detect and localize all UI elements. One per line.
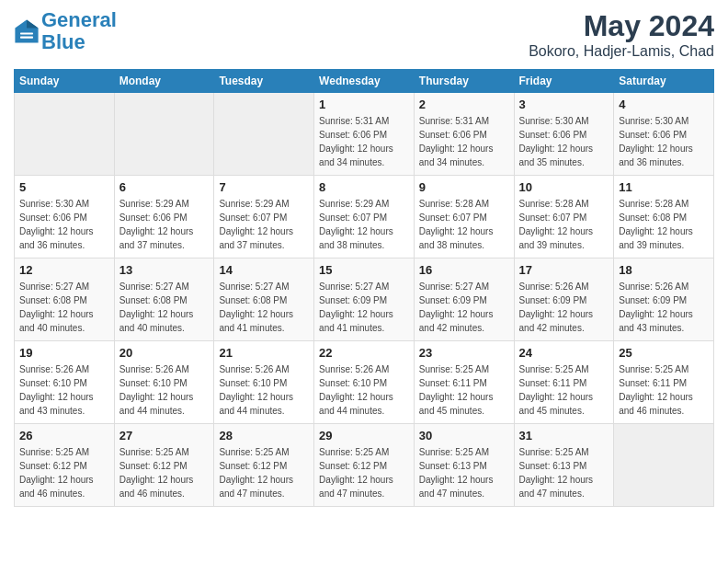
day-number: 25: [619, 346, 709, 360]
week-row-2: 5 Sunrise: 5:30 AM Sunset: 6:06 PM Dayli…: [15, 176, 714, 259]
col-header-sunday: Sunday: [15, 70, 115, 93]
day-number: 28: [219, 429, 309, 442]
day-number: 4: [619, 98, 709, 111]
day-info: Sunrise: 5:25 AM Sunset: 6:13 PM Dayligh…: [519, 447, 594, 499]
col-header-saturday: Saturday: [614, 70, 714, 93]
day-number: 17: [519, 263, 609, 277]
day-cell: 14 Sunrise: 5:27 AM Sunset: 6:08 PM Dayl…: [214, 259, 314, 341]
day-cell: 5 Sunrise: 5:30 AM Sunset: 6:06 PM Dayli…: [15, 176, 115, 259]
day-cell: 10 Sunrise: 5:28 AM Sunset: 6:07 PM Dayl…: [514, 176, 614, 259]
day-number: 13: [119, 263, 210, 277]
day-info: Sunrise: 5:26 AM Sunset: 6:10 PM Dayligh…: [319, 364, 393, 416]
day-cell: 25 Sunrise: 5:25 AM Sunset: 6:11 PM Dayl…: [614, 341, 714, 424]
day-number: 21: [219, 346, 309, 360]
day-info: Sunrise: 5:29 AM Sunset: 6:07 PM Dayligh…: [219, 199, 293, 250]
title-block: May 2024 Bokoro, Hadjer-Lamis, Chad: [529, 9, 714, 60]
day-cell: 22 Sunrise: 5:26 AM Sunset: 6:10 PM Dayl…: [314, 341, 415, 424]
day-cell: 24 Sunrise: 5:25 AM Sunset: 6:11 PM Dayl…: [514, 341, 614, 424]
day-info: Sunrise: 5:26 AM Sunset: 6:09 PM Dayligh…: [619, 282, 693, 333]
svg-marker-1: [27, 20, 39, 29]
day-info: Sunrise: 5:26 AM Sunset: 6:10 PM Dayligh…: [119, 364, 194, 416]
col-header-thursday: Thursday: [414, 70, 514, 93]
day-number: 24: [519, 346, 609, 360]
day-info: Sunrise: 5:27 AM Sunset: 6:08 PM Dayligh…: [19, 282, 94, 333]
day-info: Sunrise: 5:31 AM Sunset: 6:06 PM Dayligh…: [319, 116, 393, 167]
col-header-friday: Friday: [514, 70, 614, 93]
col-header-monday: Monday: [114, 70, 214, 93]
day-info: Sunrise: 5:28 AM Sunset: 6:07 PM Dayligh…: [419, 199, 494, 250]
day-info: Sunrise: 5:27 AM Sunset: 6:09 PM Dayligh…: [319, 282, 393, 333]
day-cell: 1 Sunrise: 5:31 AM Sunset: 6:06 PM Dayli…: [314, 93, 415, 176]
day-cell: 16 Sunrise: 5:27 AM Sunset: 6:09 PM Dayl…: [414, 259, 514, 341]
day-number: 12: [19, 263, 109, 277]
day-info: Sunrise: 5:26 AM Sunset: 6:10 PM Dayligh…: [219, 364, 293, 416]
day-number: 14: [219, 263, 309, 277]
day-number: 31: [519, 429, 609, 442]
day-info: Sunrise: 5:29 AM Sunset: 6:06 PM Dayligh…: [119, 199, 194, 250]
page: General Blue May 2024 Bokoro, Hadjer-Lam…: [0, 0, 728, 516]
day-info: Sunrise: 5:25 AM Sunset: 6:11 PM Dayligh…: [519, 364, 594, 416]
day-cell: 6 Sunrise: 5:29 AM Sunset: 6:06 PM Dayli…: [114, 176, 214, 259]
day-cell: 11 Sunrise: 5:28 AM Sunset: 6:08 PM Dayl…: [614, 176, 714, 259]
day-cell: 2 Sunrise: 5:31 AM Sunset: 6:06 PM Dayli…: [414, 93, 514, 176]
day-info: Sunrise: 5:27 AM Sunset: 6:08 PM Dayligh…: [219, 282, 293, 333]
day-number: 1: [319, 98, 409, 111]
day-number: 6: [119, 180, 210, 194]
day-number: 11: [619, 180, 709, 194]
day-cell: 21 Sunrise: 5:26 AM Sunset: 6:10 PM Dayl…: [214, 341, 314, 424]
day-number: 22: [319, 346, 409, 360]
day-number: 26: [19, 429, 109, 442]
logo-text: General Blue: [41, 9, 117, 53]
logo-icon: [14, 18, 40, 44]
week-row-4: 19 Sunrise: 5:26 AM Sunset: 6:10 PM Dayl…: [15, 341, 714, 424]
day-cell: 17 Sunrise: 5:26 AM Sunset: 6:09 PM Dayl…: [514, 259, 614, 341]
day-cell: 13 Sunrise: 5:27 AM Sunset: 6:08 PM Dayl…: [114, 259, 214, 341]
day-info: Sunrise: 5:25 AM Sunset: 6:12 PM Dayligh…: [19, 447, 94, 499]
day-number: 8: [319, 180, 409, 194]
day-cell: 4 Sunrise: 5:30 AM Sunset: 6:06 PM Dayli…: [614, 93, 714, 176]
calendar-table: SundayMondayTuesdayWednesdayThursdayFrid…: [14, 69, 714, 507]
day-info: Sunrise: 5:27 AM Sunset: 6:08 PM Dayligh…: [119, 282, 194, 333]
day-cell: 8 Sunrise: 5:29 AM Sunset: 6:07 PM Dayli…: [314, 176, 415, 259]
day-info: Sunrise: 5:25 AM Sunset: 6:11 PM Dayligh…: [419, 364, 494, 416]
day-cell: 29 Sunrise: 5:25 AM Sunset: 6:12 PM Dayl…: [314, 424, 415, 507]
day-cell: 7 Sunrise: 5:29 AM Sunset: 6:07 PM Dayli…: [214, 176, 314, 259]
day-number: 9: [419, 180, 509, 194]
day-number: 10: [519, 180, 609, 194]
day-cell: [214, 93, 314, 176]
day-cell: 18 Sunrise: 5:26 AM Sunset: 6:09 PM Dayl…: [614, 259, 714, 341]
day-cell: 31 Sunrise: 5:25 AM Sunset: 6:13 PM Dayl…: [514, 424, 614, 507]
day-info: Sunrise: 5:26 AM Sunset: 6:10 PM Dayligh…: [19, 364, 94, 416]
day-number: 16: [419, 263, 509, 277]
col-header-wednesday: Wednesday: [314, 70, 415, 93]
day-cell: [15, 93, 115, 176]
day-cell: 3 Sunrise: 5:30 AM Sunset: 6:06 PM Dayli…: [514, 93, 614, 176]
day-cell: 19 Sunrise: 5:26 AM Sunset: 6:10 PM Dayl…: [15, 341, 115, 424]
day-info: Sunrise: 5:27 AM Sunset: 6:09 PM Dayligh…: [419, 282, 494, 333]
day-cell: 28 Sunrise: 5:25 AM Sunset: 6:12 PM Dayl…: [214, 424, 314, 507]
day-info: Sunrise: 5:28 AM Sunset: 6:07 PM Dayligh…: [519, 199, 594, 250]
day-number: 30: [419, 429, 509, 442]
location-title: Bokoro, Hadjer-Lamis, Chad: [529, 43, 714, 60]
logo-blue: Blue: [41, 30, 85, 53]
day-number: 19: [19, 346, 109, 360]
day-cell: 26 Sunrise: 5:25 AM Sunset: 6:12 PM Dayl…: [15, 424, 115, 507]
day-number: 15: [319, 263, 409, 277]
week-row-5: 26 Sunrise: 5:25 AM Sunset: 6:12 PM Dayl…: [15, 424, 714, 507]
day-cell: [114, 93, 214, 176]
day-info: Sunrise: 5:25 AM Sunset: 6:12 PM Dayligh…: [119, 447, 194, 499]
col-header-tuesday: Tuesday: [214, 70, 314, 93]
day-number: 5: [19, 180, 109, 194]
day-number: 7: [219, 180, 309, 194]
day-info: Sunrise: 5:25 AM Sunset: 6:12 PM Dayligh…: [219, 447, 293, 499]
day-info: Sunrise: 5:30 AM Sunset: 6:06 PM Dayligh…: [19, 199, 94, 250]
day-cell: 12 Sunrise: 5:27 AM Sunset: 6:08 PM Dayl…: [15, 259, 115, 341]
day-number: 2: [419, 98, 509, 111]
day-number: 27: [119, 429, 210, 442]
day-number: 23: [419, 346, 509, 360]
day-cell: 23 Sunrise: 5:25 AM Sunset: 6:11 PM Dayl…: [414, 341, 514, 424]
header: General Blue May 2024 Bokoro, Hadjer-Lam…: [14, 9, 714, 60]
day-info: Sunrise: 5:26 AM Sunset: 6:09 PM Dayligh…: [519, 282, 594, 333]
day-cell: [614, 424, 714, 507]
day-info: Sunrise: 5:25 AM Sunset: 6:13 PM Dayligh…: [419, 447, 494, 499]
